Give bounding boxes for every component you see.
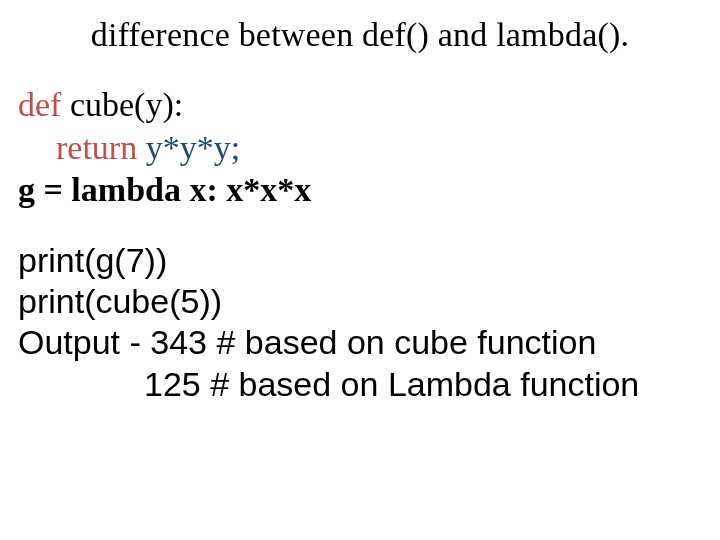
keyword-def: def <box>18 86 61 123</box>
slide-title: difference between def() and lambda(). <box>18 16 702 54</box>
usage-and-output: print(g(7)) print(cube(5)) Output - 343 … <box>18 240 702 406</box>
code-example: def cube(y): return y*y*y; g = lambda x:… <box>18 84 702 212</box>
keyword-return: return <box>56 129 137 166</box>
code-line-return: return y*y*y; <box>18 127 702 170</box>
code-line-lambda: g = lambda x: x*x*x <box>18 169 702 212</box>
code-line-def: def cube(y): <box>18 84 702 127</box>
return-expression: y*y*y; <box>137 129 240 166</box>
output-value-2: 125 # based on Lambda function <box>144 365 639 403</box>
def-signature: cube(y): <box>61 86 183 123</box>
output-line-1: Output - 343 # based on cube function <box>18 322 702 363</box>
slide: difference between def() and lambda(). d… <box>0 0 720 540</box>
call-line-1: print(g(7)) <box>18 240 702 281</box>
call-line-2: print(cube(5)) <box>18 281 702 322</box>
output-line-2: 125 # based on Lambda function <box>18 364 702 405</box>
